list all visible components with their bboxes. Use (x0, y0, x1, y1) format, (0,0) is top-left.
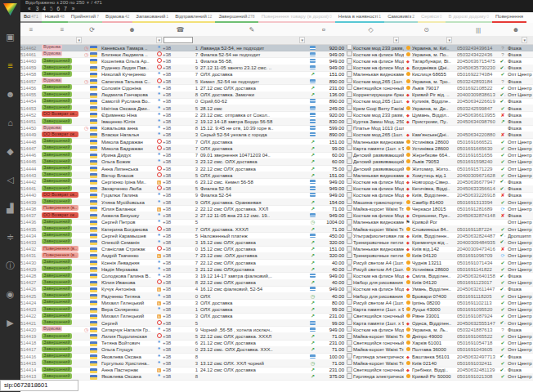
phone-number[interactable]: +38 (163, 273, 190, 279)
refresh-icon[interactable]: ⟳ (83, 26, 101, 33)
phone-number[interactable]: +38 (163, 71, 190, 78)
phone-number[interactable]: +38 (163, 91, 190, 98)
phone-number[interactable]: +38 (163, 152, 190, 158)
filter-dropdown-icon[interactable]: ▾ (393, 37, 399, 43)
stats-icon[interactable]: ▟ (0, 198, 20, 218)
phone-number[interactable]: +38 (163, 192, 190, 198)
phone-number[interactable]: +38 (163, 179, 190, 185)
dashboard-icon[interactable]: ▣ (0, 27, 20, 47)
phone-number[interactable]: +38 (163, 139, 190, 145)
page-size-caret-icon[interactable]: ▼ (86, 0, 90, 5)
status-tab[interactable]: Повернення товару (в дорозі)0 (258, 12, 335, 23)
phone-number[interactable]: +38 (163, 239, 190, 246)
eye-icon[interactable]: ◉ (0, 284, 20, 304)
phone-number[interactable]: +38 (163, 78, 190, 85)
app-logo-icon[interactable] (3, 3, 17, 16)
page-button[interactable]: 7 (64, 6, 68, 11)
phone-number[interactable]: +38 (163, 125, 190, 131)
phone-number[interactable]: +38 (163, 166, 190, 172)
status-tab[interactable]: Самовивіз2 (384, 12, 418, 23)
phone-number[interactable]: +38 (163, 45, 190, 51)
products-icon[interactable]: ◆ (0, 141, 20, 161)
video-icon[interactable]: ▶ (0, 313, 20, 332)
status-tab[interactable]: В дорозі додому0 (446, 12, 492, 23)
phone-number[interactable]: +38 (163, 112, 190, 118)
status-tab[interactable]: Прийнятий7 (68, 12, 102, 23)
comment-icon[interactable]: ✎ (198, 26, 306, 33)
phone-number[interactable]: +38 (163, 327, 190, 333)
clients-icon[interactable]: ☻ (101, 26, 163, 33)
phone-number[interactable]: +38 (163, 212, 190, 219)
phone-number[interactable]: +38 (163, 246, 190, 252)
status-tab[interactable]: Відправлений12 (172, 12, 215, 23)
last-page-button[interactable]: » (72, 6, 76, 11)
settings-icon[interactable]: ≑ (0, 227, 20, 247)
phone-filter-input[interactable] (163, 37, 193, 43)
phone-number[interactable]: +38 (163, 65, 190, 71)
phone-number[interactable]: +38 (163, 300, 190, 306)
status-tab[interactable]: Новий48 (42, 12, 68, 23)
phone-number[interactable]: +38 (163, 279, 190, 286)
phone-number[interactable]: +38 (163, 320, 190, 327)
shop-icon[interactable]: ⌂ (0, 113, 20, 132)
first-page-button[interactable]: « (28, 6, 32, 11)
phone-number[interactable]: +38 (163, 51, 190, 58)
products-icon[interactable]: ◇ (342, 26, 400, 33)
phone-number[interactable]: +38 (163, 340, 190, 346)
filter-dropdown-icon[interactable]: ▾ (522, 37, 527, 43)
phone-number[interactable]: +38 (163, 85, 190, 91)
filter-dropdown-icon[interactable]: ▾ (76, 37, 82, 43)
phone-number[interactable]: +38 (163, 354, 190, 360)
phone-number[interactable]: +38 (163, 118, 190, 125)
phone-number[interactable]: +38 (163, 367, 190, 373)
status-tab[interactable]: Запакований1 (132, 12, 172, 23)
page-button[interactable]: 4 (43, 6, 47, 11)
order-row[interactable]: 514413ЗавершенийЯковлева Оксана*+388↗375… (20, 374, 533, 381)
status-tab[interactable]: Нема в наявності1 (335, 12, 384, 23)
manager-icon[interactable]: ☻ (504, 26, 528, 33)
page-button[interactable]: 6 (57, 6, 61, 11)
phone-number[interactable]: +38 (163, 226, 190, 233)
phone-number[interactable]: +38 (163, 266, 190, 273)
phone-number[interactable]: +38 (163, 145, 190, 152)
phone-number[interactable]: +38 (163, 333, 190, 340)
phone-number[interactable]: +38 (163, 98, 190, 105)
phone-number[interactable]: +38 (163, 185, 190, 192)
phone-number[interactable]: +38 (163, 172, 190, 179)
phone-number[interactable]: +38 (163, 105, 190, 112)
filter-dropdown-icon[interactable]: ▾ (446, 37, 452, 43)
phone-number[interactable]: +38 (163, 293, 190, 300)
status-tab[interactable]: Відмова42 (102, 12, 132, 23)
orders-icon[interactable]: ≡ (0, 56, 20, 75)
payment-icon[interactable]: ¤ (306, 26, 342, 33)
phone-number[interactable]: +38 (163, 286, 190, 292)
phone-number[interactable]: +38 (163, 346, 190, 353)
page-button[interactable]: 3 (36, 6, 40, 11)
phone-number[interactable]: +38 (163, 219, 190, 225)
phone-number[interactable]: +38 (163, 206, 190, 212)
info-icon[interactable]: ⓘ (0, 256, 20, 275)
page-button[interactable]: 5 (50, 6, 54, 11)
status-icon[interactable]: ≡ (42, 26, 83, 33)
status-tab[interactable]: Повернення (492, 12, 526, 23)
filter-dropdown-icon[interactable]: ▾ (156, 37, 162, 43)
phone-number[interactable]: +38 (163, 158, 190, 165)
rows-icon[interactable]: ≡ (20, 26, 42, 33)
status-tab[interactable]: Сервіси0 (418, 12, 446, 23)
phone-number[interactable]: +38 (163, 360, 190, 367)
status-tab[interactable]: Всі471 (20, 12, 42, 23)
phone-number[interactable]: +38 (163, 131, 190, 138)
tracking-icon[interactable]: ||| (453, 26, 504, 33)
phone-number[interactable]: +38 (163, 313, 190, 319)
phone-number[interactable]: +38 (163, 58, 190, 65)
phone-number[interactable]: +38 (163, 199, 190, 206)
phone-number[interactable]: +38 (163, 306, 190, 313)
announce-icon[interactable]: ◁ (0, 170, 20, 189)
location-icon[interactable]: ⊙ (400, 26, 453, 33)
filter-dropdown-icon[interactable]: ▾ (299, 37, 305, 43)
customers-icon[interactable]: ☻ (0, 84, 20, 104)
phone-icon[interactable]: ☎ (163, 26, 198, 33)
phone-number[interactable]: +38 (163, 373, 190, 380)
phone-number[interactable]: +38 (163, 260, 190, 266)
phone-number[interactable]: +38 (163, 233, 190, 239)
